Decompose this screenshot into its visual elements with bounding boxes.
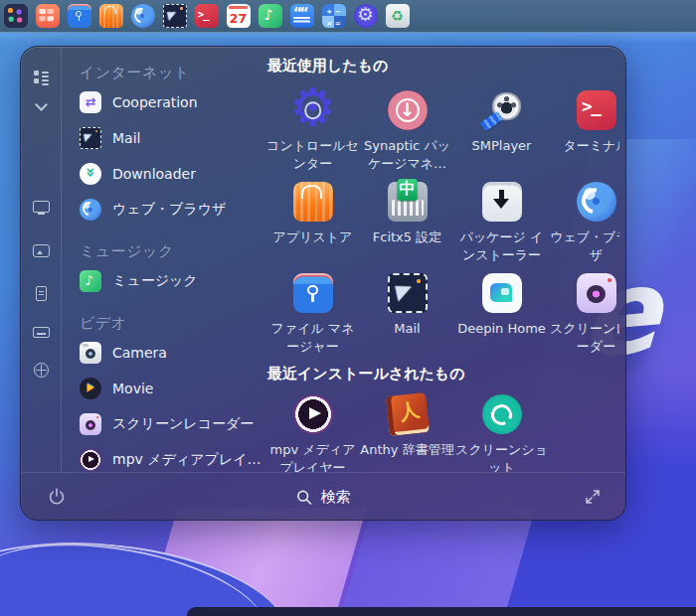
grid-app-item[interactable]: アプリストア (265, 180, 360, 271)
grid-app-item[interactable]: ウェブ・ブラウザ (549, 180, 619, 271)
launcher-panel: インターネットCooperationMailDownloaderウェブ・ブラウザ… (20, 46, 626, 521)
search-label: 検索 (321, 488, 351, 507)
rail-filter-photos[interactable] (33, 242, 50, 259)
rail-collapse-chevron[interactable] (33, 97, 50, 114)
grid-app-label: Fcitx5 設定 (360, 229, 454, 246)
rail-filter-documents[interactable] (33, 285, 50, 302)
text-editor-icon (290, 4, 314, 28)
grid-app-item[interactable]: Mail (360, 271, 454, 363)
dock-item-music[interactable] (258, 4, 282, 29)
grid-app-label: ターミナル (549, 137, 619, 155)
dock-item-launcher[interactable] (3, 4, 28, 29)
dock-item-mail[interactable] (162, 4, 187, 29)
app-list-section-header: ビデオ (80, 311, 263, 335)
trash-icon (386, 4, 410, 28)
grid-app-item[interactable]: パッケージ インストーラー (454, 180, 549, 271)
collapse-chevron-icon (33, 97, 50, 114)
app-list-item[interactable]: Downloader (80, 156, 263, 192)
grid-app-label: ウェブ・ブラウザ (549, 229, 619, 264)
grid-section-header: 最近使用したもの (267, 55, 619, 77)
grid-app-label: Synaptic パッケージマネ… (360, 137, 454, 173)
dock-item-file-manager[interactable] (67, 4, 91, 29)
grid-section-header: 最近インストールされたもの (267, 363, 619, 385)
browser-icon (131, 4, 155, 28)
grid-section-0: コントロールセンターSynaptic パッケージマネ…SMPlayerターミナル… (265, 88, 619, 363)
grid-app-label: Mail (360, 320, 454, 338)
browser-icon (80, 199, 101, 221)
dock-item-calendar[interactable] (226, 4, 251, 29)
screenshot-icon (482, 394, 522, 434)
grid-app-label: ファイル マネージャー (265, 320, 360, 356)
app-list-item[interactable]: Movie (80, 371, 263, 406)
app-list-item-label: ミュージック (112, 272, 198, 290)
app-grid-area: 最近使用したものコントロールセンターSynaptic パッケージマネ…SMPla… (265, 47, 619, 472)
grid-app-item[interactable]: Deepin Home (454, 271, 549, 363)
control-center-icon (354, 4, 378, 28)
grid-app-item[interactable]: ファイル マネージャー (265, 271, 360, 363)
rail-view-categories[interactable] (33, 69, 50, 85)
rail-filter-others[interactable] (33, 362, 50, 379)
app-list: インターネットCooperationMailDownloaderウェブ・ブラウザ… (63, 47, 263, 472)
dock-glow (0, 33, 696, 44)
app-list-item[interactable]: mpv メディアプレイ… (80, 442, 263, 472)
search-field[interactable]: 検索 (296, 473, 351, 521)
cooperation-icon (80, 91, 101, 113)
mail-icon (388, 273, 428, 313)
dock-item-browser[interactable] (130, 4, 155, 29)
calendar-icon (227, 4, 251, 28)
music-icon (80, 270, 101, 292)
wallpaper-dark-bottom-bar (187, 607, 696, 616)
wallpaper-violet-band (343, 508, 536, 607)
rail-filter-media[interactable] (33, 324, 50, 341)
recorder-icon (80, 413, 101, 435)
wallpaper-bottom-left-curve (0, 527, 295, 616)
app-list-item[interactable]: Cooperation (80, 84, 263, 120)
grid-app-item[interactable]: Fcitx5 設定 (360, 180, 454, 271)
app-grid-icon (36, 4, 60, 28)
dock-item-terminal[interactable] (194, 4, 219, 29)
grid-app-label: スクリーンレコーダー (549, 320, 619, 356)
mpv-icon (80, 449, 101, 471)
calculator-icon (322, 4, 346, 28)
grid-app-item[interactable]: スクリーンレコーダー (549, 271, 619, 363)
power-button[interactable] (47, 487, 67, 507)
dock-item-control-center[interactable] (353, 4, 378, 29)
grid-app-item[interactable]: ターミナル (549, 88, 619, 180)
dock-item-trash[interactable] (385, 4, 410, 29)
grid-app-label: Deepin Home (454, 320, 549, 338)
app-list-item[interactable]: スクリーンレコーダー (80, 406, 263, 442)
app-list-item[interactable]: ミュージック (80, 263, 263, 299)
filter-others-icon (33, 362, 50, 379)
dock (0, 0, 696, 33)
filter-photos-icon (33, 242, 50, 259)
app-list-item-label: Camera (112, 345, 167, 361)
app-list-item[interactable]: Camera (80, 335, 263, 371)
grid-section-1: mpv メディアプレイヤーAnthy 辞書管理スクリーンショット (265, 392, 619, 472)
app-list-item[interactable]: ウェブ・ブラウザ (80, 192, 263, 228)
app-list-section-header: ミュージック (80, 239, 263, 263)
app-store-icon (99, 4, 123, 28)
anthy-icon (386, 392, 430, 436)
fullscreen-toggle[interactable] (584, 488, 602, 506)
terminal-icon (577, 90, 616, 130)
terminal-icon (195, 4, 219, 28)
grid-app-item[interactable]: スクリーンショット (454, 392, 549, 472)
rail-filter-display[interactable] (33, 199, 50, 216)
grid-app-item[interactable]: mpv メディアプレイヤー (265, 392, 360, 472)
grid-app-item[interactable]: コントロールセンター (265, 88, 360, 180)
dock-item-calculator[interactable] (321, 4, 346, 29)
dock-item-app-store[interactable] (98, 4, 123, 29)
grid-app-item[interactable]: SMPlayer (454, 88, 549, 180)
dock-item-text-editor[interactable] (289, 4, 314, 29)
app-list-item-label: Movie (112, 381, 153, 396)
mail-icon (163, 4, 187, 28)
grid-app-item[interactable]: Anthy 辞書管理 (360, 392, 454, 472)
app-list-item[interactable]: Mail (80, 120, 263, 156)
grid-app-label: コントロールセンター (265, 137, 360, 173)
grid-app-item[interactable]: Synaptic パッケージマネ… (360, 88, 454, 180)
appstore-icon (293, 182, 333, 222)
filter-display-icon (33, 199, 50, 216)
wallpaper-arc-line (0, 524, 276, 616)
grid-app-label: スクリーンショット (454, 441, 549, 472)
dock-item-app-grid[interactable] (35, 4, 60, 29)
